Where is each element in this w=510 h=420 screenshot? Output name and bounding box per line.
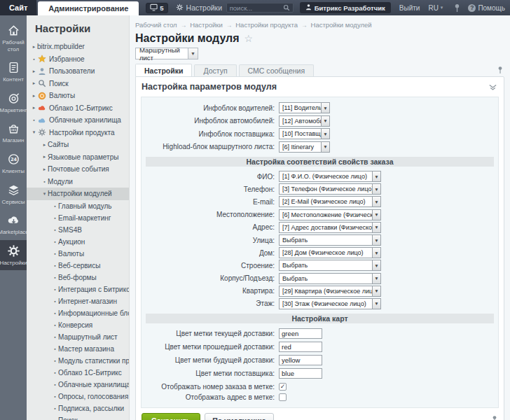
breadcrumb-item[interactable]: Настройки: [190, 21, 223, 29]
tree-item[interactable]: ▪ Веб-формы: [27, 272, 129, 284]
field-select[interactable]: [2] E-Mail (Физическое лицо) ▼: [279, 196, 381, 207]
field-select[interactable]: [11] Водитель ▼: [279, 102, 330, 113]
field-select[interactable]: [6] Itinerary ▼: [279, 141, 330, 153]
language-selector[interactable]: RU ▾: [428, 4, 443, 12]
tree-item[interactable]: ▪ Информационные блоки: [27, 307, 129, 319]
bottom-pin-icon[interactable]: [492, 414, 497, 420]
help-link[interactable]: ? Помощь: [468, 4, 505, 12]
tree-item[interactable]: ▪ Модули: [27, 176, 129, 188]
checkbox[interactable]: ✓: [279, 383, 287, 391]
tree-toggle-icon[interactable]: ▾: [31, 130, 37, 135]
tree-toggle-icon[interactable]: ▸: [31, 44, 37, 50]
admin-tab[interactable]: Администрирование: [38, 1, 139, 15]
user-menu-button[interactable]: Битрикс Разработчик: [300, 2, 391, 13]
tree-item[interactable]: ▸ Почтовые события: [27, 163, 129, 176]
collapse-chevron-icon[interactable]: [488, 84, 497, 90]
tree-toggle-icon[interactable]: ▾: [41, 191, 48, 197]
rail-item-2[interactable]: Маркетинг: [0, 88, 27, 118]
tab-2[interactable]: СМС сообщения: [239, 64, 314, 76]
default-button[interactable]: По умолчанию: [205, 413, 273, 420]
tree-item[interactable]: ▸ Валюты: [27, 90, 129, 102]
tree-item[interactable]: ▪ Конверсия: [27, 319, 129, 331]
bullet-icon: ▪: [52, 311, 58, 316]
tab-0[interactable]: Настройки: [135, 64, 192, 76]
color-input[interactable]: [279, 328, 322, 339]
tree-item[interactable]: ▪ Опросы, голосования: [27, 391, 129, 402]
tree-item[interactable]: ▪ Поиск: [27, 414, 129, 420]
tree-toggle-icon[interactable]: ▸: [41, 142, 48, 148]
search-box[interactable]: поиск...: [226, 3, 294, 13]
field-select[interactable]: [6] Местоположение (Физическое лицо) ▼: [279, 209, 381, 220]
topbar-settings-label: Настройки: [186, 4, 223, 12]
rail-item-5[interactable]: Сервисы: [0, 179, 27, 210]
tree-item[interactable]: ▸ bitrix.mpbuilder: [27, 41, 129, 53]
field-select[interactable]: [28] Дом (Физическое лицо) ▼: [279, 247, 381, 258]
logout-link[interactable]: Выйти: [399, 4, 420, 12]
tree-item[interactable]: ▪ Интеграция с Битрикс24: [27, 284, 129, 295]
breadcrumb-item[interactable]: Настройки модулей: [311, 21, 372, 29]
tree-item[interactable]: ▾ Настройки модулей: [27, 188, 129, 200]
tree-item[interactable]: ▸ Языковые параметры: [27, 151, 129, 164]
module-select[interactable]: Маршрутный лист ▼: [135, 48, 198, 59]
field-select[interactable]: Выбрать ▼: [279, 260, 381, 271]
breadcrumb-item[interactable]: Настройки продукта: [235, 21, 298, 29]
tree-item[interactable]: ▸ Поиск: [27, 78, 129, 90]
tree-item[interactable]: ▪ SMS4B: [27, 224, 129, 236]
topbar-pin-icon[interactable]: [454, 4, 460, 13]
rail-item-6[interactable]: Marketplace: [0, 209, 27, 240]
field-select[interactable]: Выбрать ▼: [279, 273, 381, 284]
field-select[interactable]: [1] Ф.И.О. (Физическое лицо) ▼: [279, 171, 381, 182]
rail-item-7[interactable]: Настройки: [0, 240, 27, 271]
tree-toggle-icon[interactable]: ▸: [31, 69, 37, 74]
tree-item[interactable]: ▪ Главный модуль: [27, 200, 129, 212]
tree-item-label: Облачные хранилища: [49, 116, 121, 124]
tab-1[interactable]: Доступ: [194, 64, 236, 76]
tree-toggle-icon[interactable]: ▸: [31, 93, 37, 99]
favorite-star-icon[interactable]: ☆: [244, 33, 254, 44]
tree-item[interactable]: ▪ Валюты: [27, 248, 129, 260]
color-input[interactable]: [279, 355, 322, 365]
tree-item[interactable]: ▪ Облачные хранилища: [27, 379, 129, 391]
tree-toggle-icon[interactable]: ▸: [41, 167, 48, 172]
tree-item[interactable]: ▸ Сайты: [27, 139, 129, 151]
tree-item[interactable]: ▪ Интернет-магазин: [27, 295, 129, 307]
tree-item[interactable]: ▾ Настройки продукта: [27, 127, 129, 139]
field-select[interactable]: [7] Адрес доставки (Физическое лицо) ▼: [279, 222, 381, 233]
site-tab[interactable]: Сайт: [0, 0, 36, 15]
tree-toggle-icon[interactable]: ▸: [41, 154, 48, 160]
color-input[interactable]: [279, 342, 322, 352]
field-select[interactable]: [12] Автомобили ▼: [279, 115, 330, 127]
notifications-button[interactable]: 5: [146, 3, 167, 13]
tree-item[interactable]: ▪ Email-маркетинг: [27, 212, 129, 224]
tabs-pin-icon[interactable]: [497, 64, 503, 77]
topbar-settings-button[interactable]: Настройки: [176, 4, 223, 13]
checkbox[interactable]: [279, 393, 287, 401]
tree-item[interactable]: ▪ Избранное: [27, 53, 129, 66]
tree-item[interactable]: ▪ Подписка, рассылки: [27, 402, 129, 414]
rail-item-1[interactable]: Контент: [0, 57, 27, 88]
field-select[interactable]: [10] Поставщик ▼: [279, 128, 330, 139]
tree-item[interactable]: ▸ Пользователи: [27, 65, 129, 78]
rail-item-4[interactable]: 24 Клиенты: [0, 148, 27, 179]
gear-icon: [7, 244, 20, 258]
panel-title: Настройка параметров модуля: [142, 82, 277, 92]
field-select[interactable]: [3] Телефон (Физическое лицо) ▼: [279, 183, 381, 195]
rail-item-0[interactable]: Рабочий стол: [0, 20, 27, 57]
tree-toggle-icon[interactable]: ▸: [31, 80, 37, 86]
tree-item[interactable]: ▪ Маршрутный лист: [27, 331, 129, 343]
save-button[interactable]: Сохранить: [142, 413, 200, 420]
field-select[interactable]: [30] Этаж (Физическое лицо) ▼: [279, 298, 381, 309]
breadcrumb-item[interactable]: Рабочий стол: [135, 21, 177, 29]
tree-item[interactable]: ▪ Облако 1С-Битрикс: [27, 367, 129, 379]
field-select[interactable]: [29] Квартира (Физическое лицо) ▼: [279, 286, 381, 297]
tree-item[interactable]: ▪ Аукцион: [27, 236, 129, 248]
tree-item[interactable]: ▪ Веб-сервисы: [27, 260, 129, 272]
tree-toggle-icon[interactable]: ▸: [31, 105, 37, 111]
field-select[interactable]: Выбрать ▼: [279, 234, 381, 246]
color-input[interactable]: [279, 368, 322, 379]
tree-item[interactable]: ▸ Облако 1С-Битрикс: [27, 102, 129, 115]
tree-item[interactable]: ▪ Мастер магазина: [27, 343, 129, 355]
tree-item[interactable]: ▪ Облачные хранилища: [27, 114, 129, 127]
rail-item-3[interactable]: Магазин: [0, 118, 27, 148]
tree-item[interactable]: ▪ Модуль статистики продаж: [27, 355, 129, 367]
